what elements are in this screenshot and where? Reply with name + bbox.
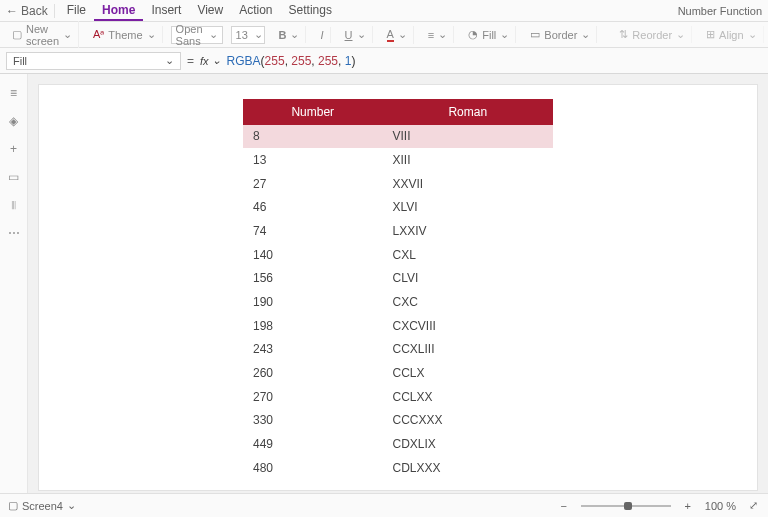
menu-insert[interactable]: Insert [143,1,189,21]
cell-number: 8 [243,125,383,148]
reorder-button[interactable]: ⇅ Reorder ⌄ [613,26,692,43]
align-objects-button[interactable]: ⊞ Align ⌄ [700,26,763,43]
plus-icon[interactable]: + [7,142,21,156]
back-label: Back [21,4,48,18]
cell-number: 140 [243,243,383,267]
align-text-button[interactable]: ≡⌄ [422,26,454,43]
cell-roman: VIII [383,125,554,148]
zoom-slider[interactable] [581,505,671,507]
cell-roman: CDXLIX [383,432,554,456]
chevron-down-icon: ⌄ [63,28,72,41]
theme-button[interactable]: Aᵃ Theme ⌄ [87,26,163,43]
table-row[interactable]: 480CDLXXX [243,456,553,480]
underline-button[interactable]: U⌄ [339,26,373,43]
formula-arg-0: 255 [265,54,285,68]
cell-number: 243 [243,337,383,361]
fx-button[interactable]: fx⌄ [200,54,221,67]
zoom-in-button[interactable]: + [681,499,695,513]
property-value: Fill [13,55,27,67]
chevron-down-icon: ⌄ [398,28,407,41]
formula-arg-2: 255 [318,54,338,68]
formula-arg-1: 255 [291,54,311,68]
canvas[interactable]: Number Roman 8VIII13XIII27XXVII46XLVI74L… [38,84,758,491]
theme-icon: Aᵃ [93,28,104,41]
fit-button[interactable]: ⤢ [746,499,760,513]
property-select[interactable]: Fill ⌄ [6,52,181,70]
menu-view[interactable]: View [189,1,231,21]
table-row[interactable]: 198CXCVIII [243,314,553,338]
border-icon: ▭ [530,28,540,41]
cell-number: 449 [243,432,383,456]
align-objects-label: Align [719,29,743,41]
cell-number: 480 [243,456,383,480]
table-row[interactable]: 270CCLXX [243,385,553,409]
font-color-icon: A [387,28,394,42]
left-rail: ≡ ◈ + ▭ ⫴ ⋯ [0,74,28,493]
italic-button[interactable]: I [314,27,330,43]
chevron-down-icon: ⌄ [209,28,218,41]
table-row[interactable]: 243CCXLIII [243,337,553,361]
cell-roman: CLVI [383,266,554,290]
align-objects-icon: ⊞ [706,28,715,41]
cell-roman: CDLXXX [383,456,554,480]
table-row[interactable]: 260CCLX [243,361,553,385]
menu-home[interactable]: Home [94,1,143,21]
font-color-button[interactable]: A⌄ [381,26,414,44]
tools-icon[interactable]: ⋯ [7,226,21,240]
screen-selector[interactable]: ▢ Screen4 ⌄ [8,499,76,512]
new-screen-button[interactable]: ▢ New screen ⌄ [6,21,79,49]
cell-number: 190 [243,290,383,314]
cell-number: 27 [243,172,383,196]
cell-roman: XXVII [383,172,554,196]
cell-roman: CCCXXX [383,408,554,432]
table-row[interactable]: 449CDXLIX [243,432,553,456]
menu-action[interactable]: Action [231,1,280,21]
bold-button[interactable]: B⌄ [273,26,307,43]
equals-sign: = [187,54,194,68]
font-family-value: Open Sans [176,23,203,47]
table-row[interactable]: 27XXVII [243,172,553,196]
table-row[interactable]: 156CLVI [243,266,553,290]
menu-settings[interactable]: Settings [281,1,340,21]
border-button[interactable]: ▭ Border ⌄ [524,26,597,43]
fx-icon: fx [200,55,209,67]
new-screen-label: New screen [26,23,59,47]
back-button[interactable]: ← Back [6,4,55,18]
cell-roman: CCLXX [383,385,554,409]
menu-file[interactable]: File [59,1,94,21]
chevron-down-icon: ⌄ [67,499,76,512]
table-row[interactable]: 74LXXIV [243,219,553,243]
zoom-out-button[interactable]: − [557,499,571,513]
table-row[interactable]: 13XIII [243,148,553,172]
table-row[interactable]: 140CXL [243,243,553,267]
cell-number: 46 [243,195,383,219]
align-icon: ≡ [428,29,434,41]
reorder-label: Reorder [632,29,672,41]
zoom-thumb[interactable] [624,502,632,510]
font-size-select[interactable]: 13 ⌄ [231,26,265,44]
tree-icon[interactable]: ≡ [7,86,21,100]
col-header-roman[interactable]: Roman [383,99,554,125]
table-row[interactable]: 190CXC [243,290,553,314]
table-row[interactable]: 46XLVI [243,195,553,219]
fill-label: Fill [482,29,496,41]
cell-roman: XLVI [383,195,554,219]
data-icon[interactable]: ◈ [7,114,21,128]
table-row[interactable]: 330CCCXXX [243,408,553,432]
table-row[interactable]: 8VIII [243,125,553,148]
col-header-number[interactable]: Number [243,99,383,125]
italic-icon: I [320,29,323,41]
ribbon-toolbar: ▢ New screen ⌄ Aᵃ Theme ⌄ Open Sans ⌄ 13… [0,22,768,48]
fill-button[interactable]: ◔ Fill ⌄ [462,26,516,43]
advanced-icon[interactable]: ⫴ [7,198,21,212]
chevron-down-icon: ⌄ [748,28,757,41]
font-family-select[interactable]: Open Sans ⌄ [171,26,223,44]
chevron-down-icon: ⌄ [676,28,685,41]
chevron-down-icon: ⌄ [581,28,590,41]
chevron-down-icon: ⌄ [165,54,174,67]
media-icon[interactable]: ▭ [7,170,21,184]
screen-icon: ▢ [12,28,22,41]
formula-input[interactable]: RGBA(255, 255, 255, 1) [227,54,356,68]
cell-number: 156 [243,266,383,290]
menu-bar: ← Back FileHomeInsertViewActionSettings … [0,0,768,22]
